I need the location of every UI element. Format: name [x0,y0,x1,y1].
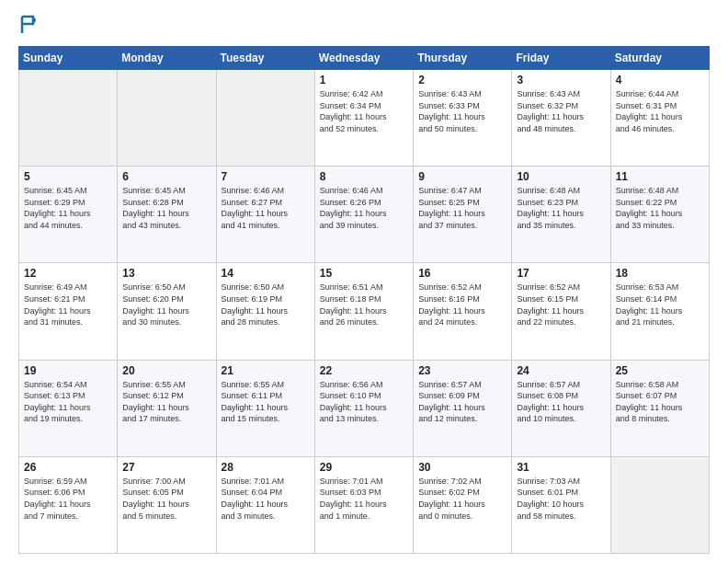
day-number: 21 [222,364,310,377]
day-info: Sunrise: 6:48 AM Sunset: 6:22 PM Dayligh… [616,185,704,231]
calendar-cell: 27Sunrise: 7:00 AM Sunset: 6:05 PM Dayli… [118,456,216,553]
day-number: 27 [122,461,210,474]
calendar-page: SundayMondayTuesdayWednesdayThursdayFrid… [0,0,728,563]
calendar-cell [118,70,216,167]
day-number: 28 [222,461,310,474]
day-number: 22 [320,364,408,377]
calendar-cell [19,70,118,167]
day-info: Sunrise: 6:58 AM Sunset: 6:07 PM Dayligh… [616,379,704,425]
calendar-cell: 21Sunrise: 6:55 AM Sunset: 6:11 PM Dayli… [216,360,314,456]
calendar-cell: 5Sunrise: 6:45 AM Sunset: 6:29 PM Daylig… [19,167,118,263]
day-info: Sunrise: 6:56 AM Sunset: 6:10 PM Dayligh… [320,379,408,425]
day-number: 9 [418,170,506,183]
day-info: Sunrise: 7:00 AM Sunset: 6:05 PM Dayligh… [122,476,210,522]
calendar-cell: 8Sunrise: 6:46 AM Sunset: 6:26 PM Daylig… [314,167,413,263]
day-number: 12 [24,267,112,280]
day-number: 4 [616,74,704,86]
calendar-cell: 31Sunrise: 7:03 AM Sunset: 6:01 PM Dayli… [512,456,610,553]
day-info: Sunrise: 6:57 AM Sunset: 6:08 PM Dayligh… [517,379,605,425]
day-info: Sunrise: 7:03 AM Sunset: 6:01 PM Dayligh… [517,476,605,522]
weekday-header: Sunday [19,47,118,70]
day-info: Sunrise: 6:53 AM Sunset: 6:14 PM Dayligh… [616,282,704,327]
calendar-cell: 25Sunrise: 6:58 AM Sunset: 6:07 PM Dayli… [610,360,709,456]
day-number: 6 [122,170,210,183]
calendar-cell: 26Sunrise: 6:59 AM Sunset: 6:06 PM Dayli… [19,456,118,553]
calendar-cell: 28Sunrise: 7:01 AM Sunset: 6:04 PM Dayli… [216,456,314,553]
calendar-cell: 29Sunrise: 7:01 AM Sunset: 6:03 PM Dayli… [314,456,413,553]
calendar-cell: 14Sunrise: 6:50 AM Sunset: 6:19 PM Dayli… [216,263,314,360]
calendar-cell: 12Sunrise: 6:49 AM Sunset: 6:21 PM Dayli… [19,263,118,360]
day-number: 13 [122,267,210,280]
calendar-cell: 24Sunrise: 6:57 AM Sunset: 6:08 PM Dayli… [512,360,610,456]
header [18,15,710,39]
day-number: 25 [616,364,704,377]
day-number: 14 [222,267,310,280]
day-number: 3 [517,74,605,86]
day-info: Sunrise: 6:46 AM Sunset: 6:26 PM Dayligh… [320,185,408,231]
day-number: 29 [320,461,408,474]
day-info: Sunrise: 6:57 AM Sunset: 6:09 PM Dayligh… [418,379,506,425]
day-number: 19 [24,364,112,377]
day-number: 10 [517,170,605,183]
weekday-header: Monday [118,47,216,70]
day-number: 8 [320,170,408,183]
day-number: 11 [616,170,704,183]
day-info: Sunrise: 6:52 AM Sunset: 6:16 PM Dayligh… [418,282,506,327]
day-info: Sunrise: 6:52 AM Sunset: 6:15 PM Dayligh… [517,282,605,327]
day-info: Sunrise: 6:48 AM Sunset: 6:23 PM Dayligh… [517,185,605,231]
day-info: Sunrise: 6:55 AM Sunset: 6:11 PM Dayligh… [222,379,310,425]
weekday-header: Saturday [610,47,709,70]
day-number: 1 [320,74,408,86]
day-info: Sunrise: 6:54 AM Sunset: 6:13 PM Dayligh… [24,379,112,425]
day-number: 5 [24,170,112,183]
calendar-cell: 15Sunrise: 6:51 AM Sunset: 6:18 PM Dayli… [314,263,413,360]
calendar-cell: 7Sunrise: 6:46 AM Sunset: 6:27 PM Daylig… [216,167,314,263]
day-info: Sunrise: 6:43 AM Sunset: 6:33 PM Dayligh… [418,88,506,134]
day-number: 2 [418,74,506,86]
calendar-cell: 19Sunrise: 6:54 AM Sunset: 6:13 PM Dayli… [19,360,118,456]
day-info: Sunrise: 7:01 AM Sunset: 6:04 PM Dayligh… [222,476,310,522]
weekday-header: Wednesday [314,47,413,70]
day-info: Sunrise: 6:55 AM Sunset: 6:12 PM Dayligh… [122,379,210,425]
day-number: 18 [616,267,704,280]
calendar-cell [610,456,709,553]
day-number: 30 [418,461,506,474]
calendar-cell: 10Sunrise: 6:48 AM Sunset: 6:23 PM Dayli… [512,167,610,263]
day-number: 17 [517,267,605,280]
day-info: Sunrise: 6:46 AM Sunset: 6:27 PM Dayligh… [222,185,310,231]
day-info: Sunrise: 6:47 AM Sunset: 6:25 PM Dayligh… [418,185,506,231]
day-info: Sunrise: 6:49 AM Sunset: 6:21 PM Dayligh… [24,282,112,327]
calendar-cell: 1Sunrise: 6:42 AM Sunset: 6:34 PM Daylig… [314,70,413,167]
day-number: 24 [517,364,605,377]
weekday-header: Tuesday [216,47,314,70]
calendar-cell: 9Sunrise: 6:47 AM Sunset: 6:25 PM Daylig… [414,167,512,263]
calendar-cell: 23Sunrise: 6:57 AM Sunset: 6:09 PM Dayli… [414,360,512,456]
logo-flag-icon [20,15,39,35]
logo [18,15,39,39]
day-info: Sunrise: 6:45 AM Sunset: 6:28 PM Dayligh… [122,185,210,231]
calendar-cell: 13Sunrise: 6:50 AM Sunset: 6:20 PM Dayli… [118,263,216,360]
day-info: Sunrise: 6:44 AM Sunset: 6:31 PM Dayligh… [616,88,704,134]
day-info: Sunrise: 6:43 AM Sunset: 6:32 PM Dayligh… [517,88,605,134]
calendar-cell: 3Sunrise: 6:43 AM Sunset: 6:32 PM Daylig… [512,70,610,167]
calendar-cell: 16Sunrise: 6:52 AM Sunset: 6:16 PM Dayli… [414,263,512,360]
calendar-cell: 20Sunrise: 6:55 AM Sunset: 6:12 PM Dayli… [118,360,216,456]
day-number: 20 [122,364,210,377]
day-number: 7 [222,170,310,183]
calendar-cell: 17Sunrise: 6:52 AM Sunset: 6:15 PM Dayli… [512,263,610,360]
day-number: 15 [320,267,408,280]
day-info: Sunrise: 7:02 AM Sunset: 6:02 PM Dayligh… [418,476,506,522]
day-number: 31 [517,461,605,474]
day-number: 16 [418,267,506,280]
calendar-cell: 6Sunrise: 6:45 AM Sunset: 6:28 PM Daylig… [118,167,216,263]
day-number: 23 [418,364,506,377]
calendar-table: SundayMondayTuesdayWednesdayThursdayFrid… [18,46,710,554]
day-info: Sunrise: 6:50 AM Sunset: 6:19 PM Dayligh… [222,282,310,327]
day-info: Sunrise: 6:59 AM Sunset: 6:06 PM Dayligh… [24,476,112,522]
calendar-cell: 2Sunrise: 6:43 AM Sunset: 6:33 PM Daylig… [414,70,512,167]
day-info: Sunrise: 6:51 AM Sunset: 6:18 PM Dayligh… [320,282,408,327]
calendar-cell: 4Sunrise: 6:44 AM Sunset: 6:31 PM Daylig… [610,70,709,167]
day-number: 26 [24,461,112,474]
day-info: Sunrise: 7:01 AM Sunset: 6:03 PM Dayligh… [320,476,408,522]
calendar-cell: 22Sunrise: 6:56 AM Sunset: 6:10 PM Dayli… [314,360,413,456]
